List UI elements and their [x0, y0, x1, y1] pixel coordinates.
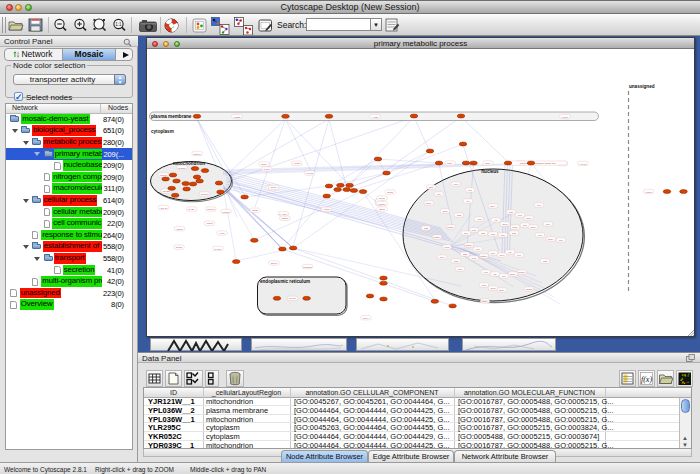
svg-text:tRNA: tRNA	[548, 238, 554, 241]
svg-text:tRNA: tRNA	[499, 289, 505, 292]
svg-text:Seryl: Seryl	[363, 317, 369, 320]
svg-text:Beta: Beta	[379, 208, 385, 211]
svg-text:f(x): f(x)	[641, 375, 652, 384]
svg-text:Hexok: Hexok	[579, 163, 587, 166]
svg-text:Oxidat: Oxidat	[163, 190, 171, 193]
svg-text:Fumar: Fumar	[222, 211, 229, 214]
svg-text:tRNA: tRNA	[426, 202, 432, 205]
svg-text:rRNA: rRNA	[485, 162, 491, 165]
svg-text:Q123: Q123	[234, 116, 241, 119]
svg-text:topo: topo	[445, 246, 450, 249]
svg-text:unassigned: unassigned	[629, 84, 655, 89]
svg-text:Unkn: Unkn	[646, 191, 652, 194]
svg-text:Unkno: Unkno	[193, 153, 201, 156]
svg-text:exo: exo	[523, 224, 528, 227]
svg-text:Acety: Acety	[219, 232, 226, 235]
svg-text:Citrat: Citrat	[177, 228, 183, 231]
svg-text:hist: hist	[454, 260, 458, 263]
svg-text:polII: polII	[500, 254, 505, 257]
svg-text:Carni: Carni	[271, 186, 277, 189]
svg-text:1:1: 1:1	[115, 22, 122, 27]
svg-text:Y456: Y456	[372, 116, 378, 119]
svg-text:Malat: Malat	[207, 222, 213, 225]
svg-text:heli: heli	[502, 275, 506, 278]
svg-text:ATP sy: ATP sy	[160, 207, 169, 210]
svg-text:Oxalo: Oxalo	[176, 246, 183, 249]
svg-text:NADH: NADH	[214, 248, 221, 251]
svg-text:polII: polII	[440, 256, 445, 259]
svg-text:heli: heli	[559, 239, 563, 242]
svg-text:mRNA: mRNA	[447, 226, 455, 229]
svg-text:nucleus: nucleus	[481, 169, 499, 174]
svg-text:topo: topo	[482, 284, 487, 287]
svg-text:translation elongation factor: translation elongation factor acti	[520, 162, 556, 165]
svg-text:Phosph: Phosph	[303, 266, 312, 269]
svg-text:GTP: GTP	[490, 287, 495, 290]
svg-text:GTP: GTP	[502, 223, 507, 226]
svg-text:Hexos: Hexos	[306, 172, 314, 175]
svg-text:GTP: GTP	[442, 210, 447, 213]
svg-text:Amino: Amino	[293, 162, 301, 165]
svg-text:amino: amino	[281, 217, 288, 220]
svg-text:topo: topo	[458, 268, 463, 271]
svg-text:Sterol: Sterol	[271, 262, 278, 265]
svg-text:Nitro: Nitro	[261, 163, 267, 166]
svg-text:topo: topo	[472, 229, 477, 232]
svg-text:Succin: Succin	[207, 208, 215, 211]
svg-text:mRNA: mRNA	[518, 271, 526, 274]
svg-text:exo: exo	[468, 189, 473, 192]
svg-text:Gluta: Gluta	[252, 209, 259, 212]
svg-text:exo: exo	[517, 254, 522, 257]
svg-text:repl: repl	[484, 271, 489, 274]
svg-text:hist: hist	[512, 232, 516, 235]
svg-text:Gluta: Gluta	[387, 191, 394, 194]
svg-text:heli: heli	[491, 252, 495, 255]
svg-text:topo: topo	[472, 257, 477, 260]
svg-text:heli: heli	[546, 223, 550, 226]
svg-text:hist: hist	[481, 232, 485, 235]
svg-text:mitochondrion: mitochondrion	[173, 161, 205, 166]
svg-text:heli: heli	[437, 193, 441, 196]
svg-text:P789: P789	[562, 116, 568, 119]
svg-text:heli: heli	[501, 234, 505, 237]
svg-text:exo: exo	[476, 248, 481, 251]
svg-text:Sec61: Sec61	[289, 297, 297, 300]
svg-text:hist: hist	[509, 211, 513, 214]
svg-text:heli: heli	[464, 232, 468, 235]
svg-text:GABA: GABA	[188, 208, 195, 211]
svg-text:Threo: Threo	[379, 203, 386, 206]
svg-text:DNA: DNA	[490, 205, 496, 208]
svg-text:FA CoA: FA CoA	[279, 213, 288, 216]
svg-text:hist: hist	[463, 253, 467, 256]
svg-text:mRNA: mRNA	[480, 255, 488, 258]
svg-text:ATP: ATP	[477, 218, 482, 221]
svg-text:hist: hist	[424, 227, 428, 230]
svg-text:Alpha: Alpha	[323, 208, 330, 211]
svg-text:repl: repl	[518, 214, 523, 217]
svg-text:mRNA: mRNA	[465, 244, 473, 247]
svg-text:polII: polII	[454, 183, 459, 186]
svg-text:Monoc: Monoc	[160, 174, 168, 177]
svg-text:plasma membrane: plasma membrane	[151, 114, 192, 119]
svg-text:splic: splic	[526, 217, 532, 220]
svg-text:Pyruv: Pyruv	[264, 168, 271, 171]
svg-text:tRNA: tRNA	[447, 162, 453, 165]
svg-text:Succin: Succin	[201, 193, 209, 196]
svg-text:snRN: snRN	[526, 288, 532, 291]
svg-text:tRNA: tRNA	[510, 273, 516, 276]
svg-text:hist: hist	[457, 214, 461, 217]
svg-text:topo: topo	[513, 226, 518, 229]
svg-text:repl: repl	[538, 234, 543, 237]
svg-text:mRNA: mRNA	[433, 236, 441, 239]
svg-text:cytoplasm: cytoplasm	[151, 129, 174, 134]
svg-text:repl: repl	[491, 233, 496, 236]
svg-text:polII: polII	[429, 186, 434, 189]
svg-text:Serin: Serin	[379, 197, 385, 200]
svg-text:splic: splic	[530, 226, 536, 229]
svg-text:endoplasmic reticulum: endoplasmic reticulum	[260, 279, 310, 284]
svg-text:exo: exo	[537, 204, 542, 207]
svg-text:tRNA: tRNA	[482, 300, 488, 303]
svg-text:hist: hist	[543, 260, 547, 263]
svg-text:functio: functio	[178, 167, 186, 170]
